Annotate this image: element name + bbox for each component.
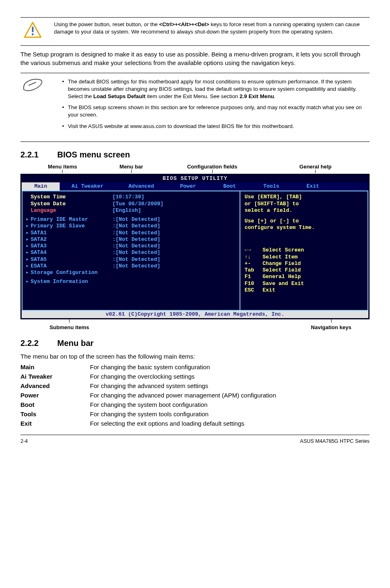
submenu-storage-config[interactable]: Storage Configuration bbox=[31, 269, 112, 276]
warning-text: Using the power button, reset button, or… bbox=[54, 21, 370, 38]
submenu-sata4[interactable]: SATA4 bbox=[31, 249, 112, 256]
section-222-intro: The menu bar on top of the screen has th… bbox=[20, 352, 370, 361]
intro-paragraph: The Setup program is designed to make it… bbox=[20, 50, 370, 67]
bios-help-pane: Use [ENTER], [TAB] or [SHIFT-TAB] to sel… bbox=[240, 191, 368, 310]
submenu-primary-ide-slave[interactable]: Primary IDE Slave bbox=[31, 223, 112, 229]
menu-key-ai: Ai Tweaker bbox=[20, 372, 90, 381]
svg-rect-1 bbox=[32, 27, 34, 32]
bios-copyright: v02.61 (C)Copyright 1985-2009, American … bbox=[22, 311, 368, 318]
submenu-sata3[interactable]: SATA3 bbox=[31, 243, 112, 249]
submenu-sata2[interactable]: SATA2 bbox=[31, 236, 112, 243]
bios-title: BIOS SETUP UTILITY bbox=[22, 175, 368, 182]
diagram-top-labels: Menu items Menu bar Configuration fields… bbox=[20, 164, 370, 170]
menu-key-tools: Tools bbox=[20, 409, 90, 419]
note-list: The default BIOS settings for this mothe… bbox=[54, 76, 370, 134]
menu-key-exit: Exit bbox=[20, 419, 90, 428]
submenu-system-information[interactable]: System Information bbox=[31, 278, 112, 285]
submenu-primary-ide-master[interactable]: Primary IDE Master bbox=[31, 216, 112, 223]
note-icon bbox=[20, 76, 45, 134]
bios-tab-main[interactable]: Main bbox=[22, 182, 60, 191]
submenu-esata[interactable]: ESATA bbox=[31, 263, 112, 269]
bios-nav-keys: ←→Select Screen ↑↓Select Item +-Change F… bbox=[244, 247, 364, 294]
note-item-1: The default BIOS settings for this mothe… bbox=[62, 78, 370, 100]
field-language[interactable]: Language bbox=[31, 207, 112, 214]
bios-tab-power[interactable]: Power bbox=[167, 182, 209, 191]
product-name: ASUS M4A785G HTPC Series bbox=[300, 438, 370, 444]
submenu-arrow-icon: ▸ bbox=[26, 216, 31, 223]
submenu-sata1[interactable]: SATA1 bbox=[31, 230, 112, 236]
bios-tab-ai[interactable]: Ai Tweaker bbox=[60, 182, 115, 191]
bios-tab-exit[interactable]: Exit bbox=[292, 182, 334, 191]
field-system-time[interactable]: System Time bbox=[31, 194, 112, 200]
bios-left-pane: System Time[10:17:30] System Date[Tue 06… bbox=[22, 191, 240, 310]
bios-tab-tools[interactable]: Tools bbox=[251, 182, 292, 191]
menu-key-main: Main bbox=[20, 362, 90, 372]
bios-tab-advanced[interactable]: Advanced bbox=[115, 182, 167, 191]
note-item-3: Visit the ASUS website at www.asus.com t… bbox=[62, 123, 370, 130]
svg-point-2 bbox=[32, 34, 34, 36]
bios-screenshot: BIOS SETUP UTILITY Main Ai Tweaker Advan… bbox=[20, 174, 370, 319]
diagram-bottom-labels: Submenu items Navigation keys bbox=[20, 324, 370, 330]
menu-key-power: Power bbox=[20, 391, 90, 400]
bios-tab-boot[interactable]: Boot bbox=[209, 182, 251, 191]
warning-icon bbox=[20, 21, 45, 38]
bios-tab-bar: Main Ai Tweaker Advanced Power Boot Tool… bbox=[22, 182, 368, 191]
submenu-sata5[interactable]: SATA5 bbox=[31, 256, 112, 263]
section-heading-221: 2.2.1BIOS menu screen bbox=[20, 150, 370, 159]
menu-key-advanced: Advanced bbox=[20, 381, 90, 391]
page-number: 2-4 bbox=[20, 438, 28, 444]
section-heading-222: 2.2.2Menu bar bbox=[20, 339, 370, 348]
menu-key-boot: Boot bbox=[20, 400, 90, 409]
page-footer: 2-4 ASUS M4A785G HTPC Series bbox=[20, 436, 370, 444]
field-system-date[interactable]: System Date bbox=[31, 201, 112, 207]
note-item-2: The BIOS setup screens shown in this sec… bbox=[62, 104, 370, 119]
menu-definitions-table: MainFor changing the basic system config… bbox=[20, 362, 370, 428]
